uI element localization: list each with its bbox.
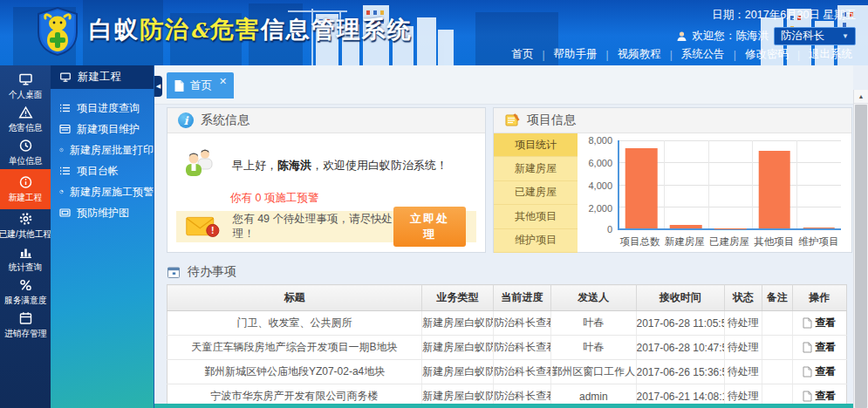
tab-bar: 首页 ✕: [154, 65, 853, 105]
header-welcome: 欢迎您：陈海洪 防治科长 ▼: [676, 27, 857, 45]
x-axis-tick: 已建房屋: [707, 235, 751, 248]
todo-title: 待办事项: [188, 264, 236, 280]
project-info-panel: 项目信息 项目统计 新建房屋 已建房屋 其他项目 维护项目 8,000 6,00…: [493, 107, 852, 253]
col-remark: 备注: [762, 285, 792, 311]
tab-maintenance-projects[interactable]: 维护项目: [494, 229, 578, 253]
scrollbar-thumb[interactable]: [855, 105, 867, 408]
svg-text:!: !: [211, 225, 215, 235]
pie-icon: [59, 187, 64, 197]
col-status: 状态: [724, 285, 762, 311]
scroll-up-button[interactable]: ▲: [854, 90, 868, 104]
document-icon: [803, 317, 812, 329]
col-receive-time: 接收时间: [636, 285, 724, 311]
view-button[interactable]: 查看: [803, 316, 836, 330]
tab-project-statistics[interactable]: 项目统计: [494, 133, 578, 157]
nav-video-tutorial[interactable]: 视频教程: [609, 47, 670, 62]
greeting-row: 早上好，陈海洪，欢迎使用白蚁防治系统！: [183, 147, 448, 179]
app-logo: [33, 6, 82, 57]
col-title: 标题: [167, 285, 422, 311]
bar-maintenance-projects: [803, 228, 835, 228]
todo-header: 待办事项: [167, 260, 847, 284]
sidebar-item-hazard-info[interactable]: 危害信息: [0, 103, 51, 136]
construction-warning-text: 你有 0 项施工预警: [230, 191, 318, 206]
header-banner: 白蚁防治&危害信息管理系统 日期：2017年6月30日 星期五 欢迎您：陈海洪 …: [0, 0, 868, 65]
project-info-body: 项目统计 新建房屋 已建房屋 其他项目 维护项目 8,000 6,000 4,0…: [494, 133, 851, 253]
percent-icon: [18, 278, 33, 292]
todo-table-header-row: 标题 业务类型 当前进度 发送人 接收时间 状态 备注 操作: [167, 285, 847, 311]
greeting-user-name: 陈海洪: [277, 159, 311, 172]
col-current-progress: 当前进度: [493, 285, 550, 311]
x-axis-tick: 其他项目: [752, 235, 796, 248]
submenu-item-project-ledger[interactable]: 项目台帐: [51, 160, 154, 181]
view-button[interactable]: 查看: [803, 364, 836, 379]
system-info-title: 系统信息: [201, 112, 249, 128]
col-business-type: 业务类型: [422, 285, 494, 311]
todo-section: 待办事项 标题 业务类型 当前进度 发送人 接收时间 状态 备注: [167, 260, 847, 408]
nav-change-password[interactable]: 修改密码: [736, 47, 797, 62]
submenu-item-project-progress-query[interactable]: 项目进度查询: [51, 98, 154, 119]
pending-notice-bar: ! 您有 49 个待处理事项，请尽快处理！ 立即处理: [176, 211, 476, 242]
app-title-amp: &: [190, 18, 210, 42]
sidebar-item-unit-info[interactable]: 单位信息: [0, 136, 51, 169]
sidebar-item-built-other-projects[interactable]: 已建/其他工程: [0, 209, 51, 242]
nav-home[interactable]: 首页: [502, 47, 542, 62]
main-sidebar: 个人桌面 危害信息 单位信息 新建工程 已建/其他工程 统计查询 服务满意度: [0, 65, 51, 408]
view-button[interactable]: 查看: [803, 389, 836, 404]
table-row: 鄞州新城区钟公庙地段YZ07-02-a4地块 新建房屋白蚁防治 防治科长查看 鄞…: [167, 360, 847, 384]
submenu-item-new-house-construction-warning[interactable]: 新建房屋施工预警: [51, 181, 154, 202]
close-icon[interactable]: ✕: [219, 76, 227, 87]
submenu-item-prevention-maintenance-map[interactable]: 预防维护图: [51, 202, 154, 223]
sidebar-item-statistics-query[interactable]: 统计查询: [0, 242, 51, 275]
gear-icon: [18, 212, 33, 226]
image-icon: [59, 207, 71, 218]
tab-built-houses[interactable]: 已建房屋: [494, 181, 578, 205]
tab-home[interactable]: 首页 ✕: [167, 72, 234, 99]
todo-table: 标题 业务类型 当前进度 发送人 接收时间 状态 备注 操作 门卫、收发室、公共…: [167, 284, 847, 408]
sidebar-item-inventory-management[interactable]: 进销存管理: [0, 309, 51, 342]
welcome-text: 欢迎您：陈海洪: [693, 29, 769, 44]
bar-other-projects: [759, 151, 791, 228]
y-axis-tick: 4,000: [578, 180, 612, 191]
nav-help-manual[interactable]: 帮助手册: [545, 47, 606, 62]
app-title-part: 信息管理系统: [261, 17, 413, 43]
project-info-title: 项目信息: [527, 112, 576, 128]
project-bar-chart: 8,000 6,000 4,000 2,000 0: [578, 133, 851, 253]
document-icon: [174, 79, 185, 92]
chevron-down-icon: ▼: [842, 32, 849, 40]
mail-alert-icon: !: [185, 214, 221, 240]
document-icon: [803, 342, 812, 353]
submenu-item-new-house-batch-print[interactable]: 新建房屋批量打印: [51, 139, 154, 160]
info-icon: [18, 175, 33, 189]
nav-system-announcement[interactable]: 系统公告: [673, 47, 734, 62]
app-root: 白蚁防治&危害信息管理系统 日期：2017年6月30日 星期五 欢迎您：陈海洪 …: [0, 0, 868, 408]
sidebar-item-new-project[interactable]: 新建工程: [0, 169, 51, 209]
project-info-tabs: 项目统计 新建房屋 已建房屋 其他项目 维护项目: [494, 133, 578, 253]
y-axis-tick: 2,000: [578, 203, 612, 214]
project-info-header: 项目信息: [494, 108, 851, 133]
notepad-icon: [504, 112, 520, 128]
bottom-strip: [154, 404, 853, 408]
document-icon: [803, 366, 812, 377]
app-title: 白蚁防治&危害信息管理系统: [89, 14, 413, 45]
nav-logout[interactable]: 退出系统: [800, 47, 861, 62]
submenu-item-new-project-maintenance[interactable]: 新建项目维护: [51, 119, 154, 139]
x-axis-tick: 新建房屋: [662, 235, 707, 248]
tab-other-projects[interactable]: 其他项目: [494, 205, 578, 228]
tab-new-houses[interactable]: 新建房屋: [494, 157, 578, 180]
app-title-part: 防治: [140, 17, 190, 43]
view-button[interactable]: 查看: [803, 340, 836, 355]
sidebar-item-personal-desktop[interactable]: 个人桌面: [0, 70, 51, 103]
header-date: 日期：2017年6月30日 星期五: [712, 8, 856, 23]
chart-plot-area: [618, 140, 841, 230]
handle-now-button[interactable]: 立即处理: [393, 207, 466, 247]
role-select[interactable]: 防治科长 ▼: [774, 27, 856, 45]
vertical-scrollbar[interactable]: ▲: [853, 90, 868, 408]
sidebar-item-service-satisfaction[interactable]: 服务满意度: [0, 275, 51, 309]
app-title-part: 危害: [210, 17, 261, 43]
system-info-header: i 系统信息: [167, 108, 485, 133]
header-nav: 首页| 帮助手册| 视频教程| 系统公告| 修改密码| 退出系统: [502, 47, 861, 62]
warning-icon: [18, 105, 33, 119]
collapse-sidebar-handle[interactable]: ◀: [154, 76, 162, 97]
pending-notice-text: 您有 49 个待处理事项，请尽快处理！: [233, 212, 393, 241]
x-axis-tick: 维护项目: [796, 235, 841, 248]
